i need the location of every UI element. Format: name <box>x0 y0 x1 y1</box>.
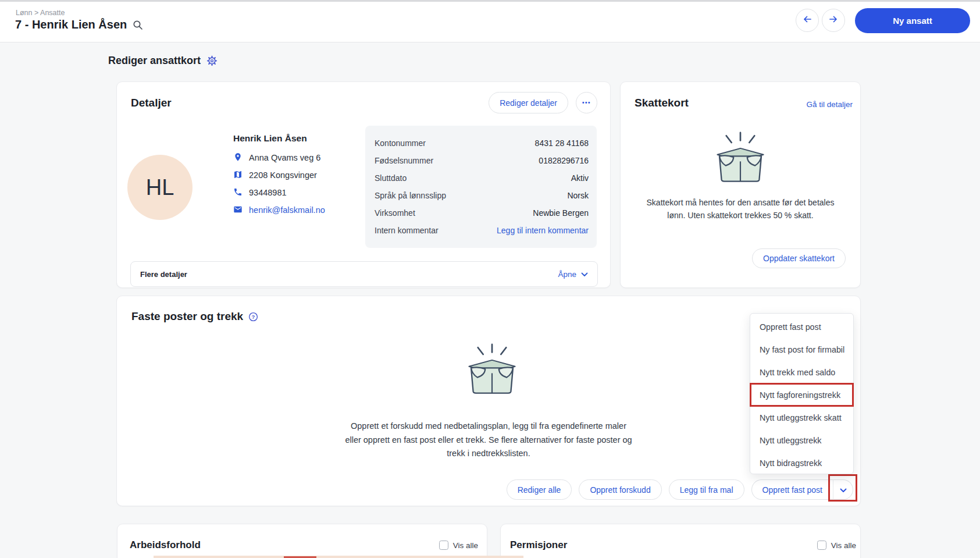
add-from-template-button[interactable]: Legg til fra mal <box>669 479 744 500</box>
email-row[interactable]: henrik@falskmail.no <box>233 201 358 219</box>
cutoff-banner-strip <box>154 556 523 558</box>
menu-item-new-company-car-post[interactable]: Ny fast post for firmabil <box>750 338 853 361</box>
page-title: 7 - Henrik Lien Åsen <box>15 18 127 31</box>
breadcrumb[interactable]: Lønn > Ansatte <box>16 9 65 17</box>
chevron-down-icon <box>581 270 588 279</box>
page-title-row: 7 - Henrik Lien Åsen <box>15 18 143 31</box>
menu-item-new-deduction-with-balance[interactable]: Nytt trekk med saldo <box>750 361 853 383</box>
arrow-left-icon <box>801 13 813 27</box>
next-employee-button[interactable] <box>822 9 845 32</box>
field-row-internal-comment: Intern kommentar Legg til intern komment… <box>375 222 589 239</box>
field-row-end-date: Sluttdato Aktiv <box>375 169 589 187</box>
leave-show-all[interactable]: Vis alle <box>817 541 856 550</box>
field-value: 8431 28 41168 <box>535 138 589 148</box>
postal-row: 2208 Kongsvinger <box>233 166 358 184</box>
go-to-details-link[interactable]: Gå til detaljer <box>806 100 853 109</box>
field-row-business: Virksomhet Newbie Bergen <box>375 204 589 222</box>
app-header: Lønn > Ansatte 7 - Henrik Lien Åsen Ny a… <box>0 2 980 42</box>
field-value: Norsk <box>567 191 589 200</box>
fixed-posts-dropdown-menu: Opprett fast post Ny fast post for firma… <box>750 313 854 474</box>
leave-card-title: Permisjoner <box>510 539 567 551</box>
new-employee-button[interactable]: Ny ansatt <box>855 8 970 33</box>
phone-icon <box>233 187 243 198</box>
menu-item-new-attachment-deduction-tax[interactable]: Nytt utleggstrekk skatt <box>750 406 853 429</box>
field-value: Aktiv <box>571 173 589 183</box>
details-card: Detaljer Rediger detaljer ••• HL Henrik … <box>116 81 611 288</box>
arrow-right-icon <box>828 13 839 27</box>
show-all-label: Vis alle <box>831 541 856 550</box>
menu-item-new-contribution-deduction[interactable]: Nytt bidragstrekk <box>750 452 853 474</box>
section-heading: Rediger ansattkort <box>108 55 218 67</box>
field-value: Newbie Bergen <box>533 208 589 218</box>
edit-all-button[interactable]: Rediger alle <box>507 479 572 500</box>
create-fixed-post-button[interactable]: Opprett fast post <box>751 479 833 500</box>
fixed-posts-title-row: Faste poster og trekk ? <box>131 310 258 323</box>
field-label: Virksomhet <box>375 208 415 218</box>
show-all-label: Vis alle <box>453 541 478 550</box>
employee-card-page: Lønn > Ansatte 7 - Henrik Lien Åsen Ny a… <box>0 0 980 558</box>
employment-card: Arbeidsforhold Vis alle <box>117 524 487 558</box>
section-heading-label: Rediger ansattkort <box>108 55 201 67</box>
menu-item-create-fixed-post[interactable]: Opprett fast post <box>750 315 853 338</box>
address-row: Anna Qvams veg 6 <box>233 149 358 166</box>
create-fixed-post-split-button: Opprett fast post <box>751 479 854 500</box>
more-details-bar[interactable]: Flere detaljer Åpne <box>130 261 598 287</box>
create-fixed-post-dropdown-toggle[interactable] <box>833 479 853 500</box>
leave-card: Permisjoner Vis alle <box>500 524 861 558</box>
previous-employee-button[interactable] <box>796 9 819 32</box>
fixed-posts-title: Faste poster og trekk <box>131 310 243 323</box>
ellipsis-icon: ••• <box>582 99 591 106</box>
svg-text:?: ? <box>252 313 255 319</box>
tax-card-title: Skattekort <box>635 97 689 109</box>
email-icon <box>233 205 243 216</box>
field-label: Sluttdato <box>375 173 407 183</box>
open-more-details[interactable]: Åpne <box>558 270 588 279</box>
email-link[interactable]: henrik@falskmail.no <box>249 205 325 215</box>
field-label: Fødselsnummer <box>375 156 433 165</box>
menu-item-new-union-deduction[interactable]: Nytt fagforeningstrekk <box>750 383 853 406</box>
empty-box-illustration <box>461 343 523 400</box>
tax-card-description: Skattekort må hentes for den ansatte før… <box>639 196 842 222</box>
field-label: Kontonummer <box>375 138 426 148</box>
address-line1: Anna Qvams veg 6 <box>249 153 320 162</box>
help-icon[interactable]: ? <box>248 312 258 322</box>
menu-item-new-attachment-deduction[interactable]: Nytt utleggstrekk <box>750 429 853 452</box>
location-pin-icon <box>233 152 243 164</box>
employee-fields-panel: Kontonummer 8431 28 41168 Fødselsnummer … <box>365 126 597 248</box>
empty-box-illustration <box>709 131 772 188</box>
address-line2: 2208 Kongsvinger <box>249 170 317 180</box>
gear-icon[interactable] <box>206 55 218 66</box>
phone-row: 93448981 <box>233 184 358 201</box>
open-label: Åpne <box>558 270 576 279</box>
field-value: 01828296716 <box>539 156 589 165</box>
employment-card-title: Arbeidsforhold <box>130 539 201 551</box>
update-tax-card-button[interactable]: Oppdater skattekort <box>752 248 846 268</box>
details-card-title: Detaljer <box>131 97 172 109</box>
edit-details-button[interactable]: Rediger detaljer <box>489 92 568 113</box>
employee-name: Henrik Lien Åsen <box>233 133 358 144</box>
tax-card: Skattekort Gå til detaljer Skattekort må… <box>620 81 861 288</box>
create-advance-button[interactable]: Opprett forskudd <box>579 479 661 500</box>
field-label: Språk på lønnsslipp <box>375 191 446 200</box>
map-icon <box>233 170 243 181</box>
field-row-payslip-language: Språk på lønnsslipp Norsk <box>375 187 589 204</box>
checkbox-icon[interactable] <box>439 541 448 550</box>
add-internal-comment-link[interactable]: Legg til intern kommentar <box>497 226 589 235</box>
search-icon[interactable] <box>133 20 143 30</box>
avatar: HL <box>127 155 193 220</box>
field-label: Intern kommentar <box>375 226 439 235</box>
more-actions-button[interactable]: ••• <box>576 92 597 113</box>
employment-show-all[interactable]: Vis alle <box>439 541 478 550</box>
fixed-posts-actions: Rediger alle Opprett forskudd Legg til f… <box>507 479 853 500</box>
identity-block: Henrik Lien Åsen Anna Qvams veg 6 2208 K… <box>233 133 358 219</box>
more-details-label: Flere detaljer <box>140 270 187 279</box>
field-row-ssn: Fødselsnummer 01828296716 <box>375 152 589 169</box>
fixed-posts-card: Faste poster og trekk ? Opprett et forsk… <box>116 296 861 506</box>
field-row-account: Kontonummer 8431 28 41168 <box>375 134 589 152</box>
chevron-down-icon <box>840 485 847 495</box>
fixed-posts-empty-text: Opprett et forskudd med nedbetalingsplan… <box>343 420 634 461</box>
checkbox-icon[interactable] <box>817 541 826 550</box>
phone-number: 93448981 <box>249 188 287 197</box>
